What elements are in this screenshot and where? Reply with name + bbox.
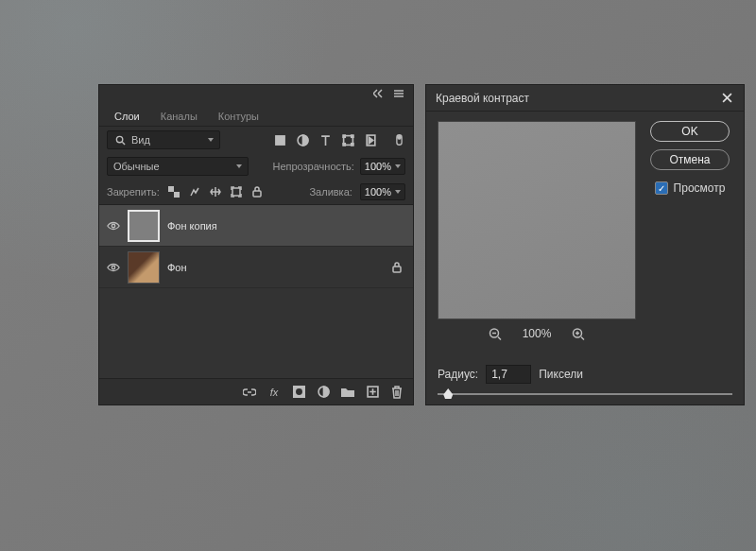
blend-mode-value: Обычные xyxy=(113,161,160,172)
dialog-titlebar[interactable]: Краевой контраст xyxy=(426,85,744,112)
layers-list: Фон копия Фон xyxy=(99,205,413,378)
zoom-out-icon[interactable] xyxy=(489,327,502,340)
filter-pixel-icon[interactable] xyxy=(273,133,286,146)
mask-icon[interactable] xyxy=(292,386,305,399)
dialog-title: Краевой контраст xyxy=(436,92,529,105)
opacity-label: Непрозрачность: xyxy=(272,161,353,172)
lock-position-icon[interactable] xyxy=(209,185,222,198)
group-icon[interactable] xyxy=(341,386,354,399)
slider-track xyxy=(438,393,732,395)
new-layer-icon[interactable] xyxy=(366,386,379,399)
svg-point-0 xyxy=(116,136,122,142)
dialog-body: 100% OK Отмена ✓ Просмотр xyxy=(426,112,744,359)
blend-row: Обычные Непрозрачность: 100% xyxy=(99,153,413,180)
preview-toggle-row: ✓ Просмотр xyxy=(655,181,726,195)
panel-tabs: Слои Каналы Контуры xyxy=(99,102,413,127)
search-icon xyxy=(113,133,127,146)
filter-row: Вид xyxy=(99,127,413,153)
svg-point-19 xyxy=(296,388,302,395)
radius-unit: Пиксели xyxy=(539,368,583,381)
preview-checkbox[interactable]: ✓ xyxy=(655,181,668,195)
tab-channels[interactable]: Каналы xyxy=(151,106,207,126)
preview-label: Просмотр xyxy=(674,181,726,195)
svg-rect-1 xyxy=(275,135,285,146)
zoom-value: 100% xyxy=(523,327,552,340)
blend-mode-select[interactable]: Обычные xyxy=(107,157,249,176)
radius-input[interactable] xyxy=(486,365,531,384)
lock-artboard-icon[interactable] xyxy=(230,185,243,198)
link-icon[interactable] xyxy=(243,386,256,399)
lock-image-icon[interactable] xyxy=(188,185,201,198)
radius-slider[interactable] xyxy=(426,389,744,405)
fill-label: Заливка: xyxy=(309,186,352,198)
radius-row: Радиус: Пиксели xyxy=(426,359,744,389)
layer-item[interactable]: Фон копия xyxy=(99,205,413,247)
panel-menu-icon[interactable] xyxy=(392,87,405,100)
svg-rect-6 xyxy=(343,143,345,145)
lock-transparent-icon[interactable] xyxy=(167,185,180,198)
svg-rect-14 xyxy=(253,191,261,197)
lock-icons xyxy=(167,185,264,198)
svg-rect-5 xyxy=(351,135,352,137)
svg-rect-17 xyxy=(393,267,401,272)
zoom-controls: 100% xyxy=(438,319,636,344)
close-button[interactable] xyxy=(719,91,734,106)
fill-value[interactable]: 100% xyxy=(360,183,405,200)
visibility-toggle[interactable] xyxy=(99,261,128,274)
layer-kind-filter[interactable]: Вид xyxy=(107,130,220,149)
lock-row: Закрепить: Заливка: 100% xyxy=(99,180,413,205)
filter-type-icon[interactable] xyxy=(318,133,332,146)
svg-point-10 xyxy=(397,136,401,140)
lock-icon[interactable] xyxy=(390,261,404,274)
panel-footer: fx xyxy=(99,378,413,405)
cancel-button[interactable]: Отмена xyxy=(650,149,730,170)
layer-name[interactable]: Фон xyxy=(167,262,187,273)
svg-rect-12 xyxy=(174,192,180,198)
svg-rect-4 xyxy=(343,135,345,137)
preview-column: 100% xyxy=(438,121,636,359)
slider-handle[interactable] xyxy=(443,388,453,399)
tab-paths[interactable]: Контуры xyxy=(209,106,268,126)
panel-topbar xyxy=(99,85,413,102)
chevron-down-icon xyxy=(395,164,401,168)
tab-layers[interactable]: Слои xyxy=(105,106,149,126)
lock-all-icon[interactable] xyxy=(250,185,264,198)
filter-label: Вид xyxy=(131,134,150,146)
adjustment-icon[interactable] xyxy=(317,386,330,399)
radius-label: Радиус: xyxy=(438,368,478,381)
chevron-down-icon xyxy=(208,138,214,142)
filter-toggle-icon[interactable] xyxy=(392,133,405,146)
trash-icon[interactable] xyxy=(390,386,404,399)
svg-point-15 xyxy=(112,224,115,228)
ok-button[interactable]: OK xyxy=(650,121,730,142)
visibility-toggle[interactable] xyxy=(99,219,128,232)
zoom-in-icon[interactable] xyxy=(572,327,585,340)
svg-rect-7 xyxy=(351,143,352,145)
opacity-value[interactable]: 100% xyxy=(360,158,405,175)
chevron-down-icon xyxy=(236,164,242,168)
filter-smart-icon[interactable] xyxy=(364,133,377,146)
layer-item[interactable]: Фон xyxy=(99,247,413,288)
svg-point-16 xyxy=(112,266,115,269)
lock-label: Закрепить: xyxy=(107,186,160,198)
filter-shape-icon[interactable] xyxy=(341,133,354,146)
eye-icon xyxy=(107,261,120,274)
filter-adjust-icon[interactable] xyxy=(296,133,309,146)
chevron-down-icon xyxy=(395,190,401,194)
svg-rect-13 xyxy=(232,188,240,196)
button-column: OK Отмена ✓ Просмотр xyxy=(647,121,732,359)
layer-name[interactable]: Фон копия xyxy=(167,220,217,232)
filter-dialog: Краевой контраст 100% OK Отмена ✓ Просмо… xyxy=(425,84,745,405)
eye-icon xyxy=(107,219,120,232)
svg-rect-11 xyxy=(168,186,174,192)
layer-thumbnail[interactable] xyxy=(128,251,160,284)
panel-collapse-icon[interactable] xyxy=(371,87,385,100)
layer-thumbnail[interactable] xyxy=(128,210,160,242)
fx-icon[interactable]: fx xyxy=(267,386,281,399)
filter-preview[interactable] xyxy=(438,121,636,319)
layers-panel: Слои Каналы Контуры Вид Обычные Непрозра… xyxy=(98,84,414,405)
filter-icons xyxy=(273,130,405,149)
